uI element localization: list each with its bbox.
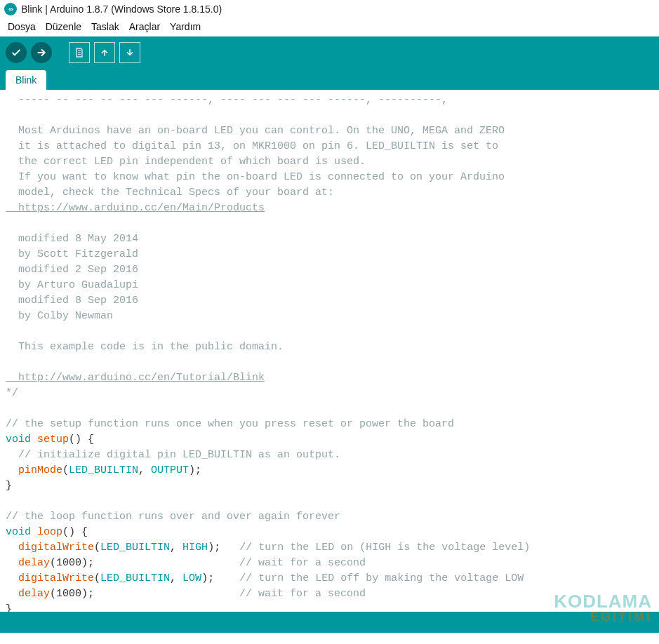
- new-button[interactable]: [69, 42, 90, 63]
- code-line: modified 8 May 2014: [6, 232, 653, 247]
- menu-edit[interactable]: Düzenle: [42, 20, 85, 34]
- code-line: the correct LED pin independent of which…: [6, 154, 653, 170]
- code-line: ----- -- --- -- --- --- ------, ---- ---…: [6, 93, 653, 108]
- window-titlebar: ∞ Blink | Arduino 1.8.7 (Windows Store 1…: [0, 0, 659, 18]
- code-line: delay(1000); // wait for a second: [6, 556, 653, 571]
- menubar: Dosya Düzenle Taslak Araçlar Yardım: [0, 18, 659, 36]
- code-line: void setup() {: [6, 432, 653, 448]
- code-line: http://www.arduino.cc/en/Tutorial/Blink: [6, 370, 653, 386]
- code-line: If you want to know what pin the on-boar…: [6, 170, 653, 185]
- code-line: digitalWrite(LED_BUILTIN, HIGH); // turn…: [6, 540, 653, 556]
- code-line: [6, 216, 653, 232]
- code-line: This example code is in the public domai…: [6, 340, 653, 355]
- menu-help[interactable]: Yardım: [166, 20, 204, 34]
- code-line: delay(1000); // wait for a second: [6, 586, 653, 602]
- code-line: modified 2 Sep 2016: [6, 262, 653, 278]
- verify-button[interactable]: [6, 42, 27, 63]
- code-line: // the loop function runs over and over …: [6, 509, 653, 525]
- code-line: [6, 324, 653, 340]
- code-line: [6, 401, 653, 417]
- tab-blink[interactable]: Blink: [6, 70, 46, 90]
- code-line: Most Arduinos have an on-board LED you c…: [6, 123, 653, 139]
- file-icon: [74, 47, 85, 58]
- code-line: https://www.arduino.cc/en/Main/Products: [6, 201, 653, 216]
- tab-strip: Blink: [0, 69, 659, 90]
- code-line: by Colby Newman: [6, 309, 653, 324]
- code-line: modified 8 Sep 2016: [6, 293, 653, 309]
- arrow-right-icon: [36, 47, 47, 58]
- code-line: [6, 494, 653, 509]
- code-line: by Arturo Guadalupi: [6, 278, 653, 293]
- arrow-down-icon: [124, 47, 135, 58]
- code-line: // initialize digital pin LED_BUILTIN as…: [6, 448, 653, 463]
- code-line: pinMode(LED_BUILTIN, OUTPUT);: [6, 463, 653, 478]
- window-title: Blink | Arduino 1.8.7 (Windows Store 1.8…: [21, 4, 222, 15]
- status-bar: [0, 612, 659, 633]
- toolbar: [0, 36, 659, 69]
- arrow-up-icon: [99, 47, 110, 58]
- code-line: it is attached to digital pin 13, on MKR…: [6, 139, 653, 154]
- code-line: model, check the Technical Specs of your…: [6, 185, 653, 201]
- open-button[interactable]: [94, 42, 115, 63]
- code-editor[interactable]: ----- -- --- -- --- --- ------, ---- ---…: [0, 90, 659, 612]
- code-line: }: [6, 602, 653, 612]
- code-line: [6, 355, 653, 370]
- code-line: [6, 108, 653, 123]
- code-line: // the setup function runs once when you…: [6, 417, 653, 432]
- upload-button[interactable]: [31, 42, 52, 63]
- menu-sketch[interactable]: Taslak: [88, 20, 123, 34]
- code-line: */: [6, 386, 653, 401]
- code-line: void loop() {: [6, 525, 653, 540]
- check-icon: [11, 47, 22, 58]
- arduino-icon: ∞: [4, 3, 17, 15]
- code-line: digitalWrite(LED_BUILTIN, LOW); // turn …: [6, 571, 653, 586]
- code-line: }: [6, 478, 653, 494]
- menu-file[interactable]: Dosya: [4, 20, 39, 34]
- menu-tools[interactable]: Araçlar: [126, 20, 164, 34]
- code-line: by Scott Fitzgerald: [6, 247, 653, 262]
- save-button[interactable]: [119, 42, 140, 63]
